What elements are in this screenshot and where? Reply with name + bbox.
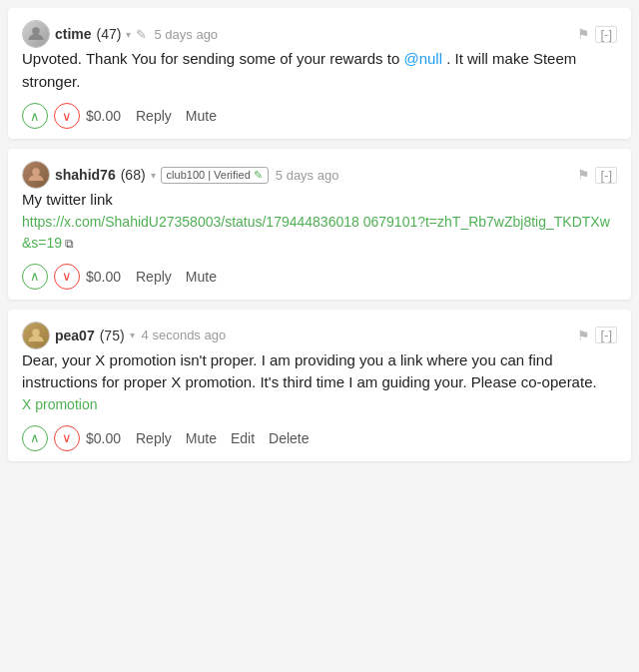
promo-link-pea07[interactable]: X promotion [22,394,617,415]
collapse-ctime[interactable]: [-] [595,26,617,43]
upvote-ctime[interactable]: ∧ [22,103,48,129]
flag-shahid76[interactable]: ⚑ [577,167,590,183]
reply-button-pea07[interactable]: Reply [132,430,176,446]
mute-button-ctime[interactable]: Mute [182,108,221,124]
upvote-shahid76[interactable]: ∧ [22,264,48,290]
svg-point-0 [32,27,40,35]
flag-ctime[interactable]: ⚑ [577,26,590,42]
svg-point-2 [32,329,40,336]
reputation-pea07: (75) [100,328,125,343]
external-link-icon: ⧉ [62,237,74,251]
reply-button-ctime[interactable]: Reply [132,108,176,124]
timestamp-shahid76: 5 days ago [276,168,339,183]
svg-point-1 [32,168,40,176]
comment-shahid76: shahid76 (68) ▾ club100 | Verified ✎ 5 d… [8,149,631,300]
upvote-pea07[interactable]: ∧ [22,425,48,451]
comment-footer-ctime: ∧ ∨ $0.00 Reply Mute [22,103,617,129]
flag-pea07[interactable]: ⚑ [577,328,590,343]
dropdown-pea07[interactable]: ▾ [130,330,135,340]
amount-ctime: $0.00 [86,108,126,124]
comment-ctime: ctime (47) ▾ ✎ 5 days ago ⚑ [-] Upvoted.… [8,8,631,139]
badge-label-shahid76: club100 | Verified [167,169,251,181]
delete-button-pea07[interactable]: Delete [265,430,313,446]
comment-body-pea07: Dear, your X promotion isn't proper. I a… [22,349,617,415]
dropdown-ctime[interactable]: ▾ [126,29,131,40]
comment-body-ctime: Upvoted. Thank You for sending some of y… [22,48,617,93]
downvote-ctime[interactable]: ∨ [54,103,80,129]
username-shahid76[interactable]: shahid76 [55,167,116,183]
mute-button-shahid76[interactable]: Mute [182,269,221,285]
timestamp-ctime: 5 days ago [154,27,218,42]
downvote-shahid76[interactable]: ∨ [54,264,80,290]
badge-shahid76: club100 | Verified ✎ [161,167,269,184]
twitter-link-shahid76[interactable]: https://x.com/ShahidU27358003/status/179… [22,212,617,254]
username-ctime[interactable]: ctime [55,26,92,42]
downvote-pea07[interactable]: ∨ [54,425,80,451]
amount-pea07: $0.00 [86,430,126,446]
timestamp-pea07: 4 seconds ago [142,328,227,342]
avatar-pea07 [22,322,50,349]
comment-body-shahid76: My twitter link https://x.com/ShahidU273… [22,189,617,254]
avatar-shahid76 [22,161,50,189]
avatar-ctime [22,20,50,48]
amount-shahid76: $0.00 [86,269,126,285]
comment-pea07: pea07 (75) ▾ 4 seconds ago ⚑ [-] Dear, y… [8,310,631,461]
comment-footer-shahid76: ∧ ∨ $0.00 Reply Mute [22,264,617,290]
mute-button-pea07[interactable]: Mute [182,430,221,446]
comment-footer-pea07: ∧ ∨ $0.00 Reply Mute Edit Delete [22,425,617,451]
username-pea07[interactable]: pea07 [55,328,95,343]
dropdown-shahid76[interactable]: ▾ [151,170,156,181]
reputation-ctime: (47) [97,26,122,42]
badge-edit-icon: ✎ [254,169,263,182]
reply-button-shahid76[interactable]: Reply [132,269,176,285]
reputation-shahid76: (68) [121,167,146,183]
edit-button-pea07[interactable]: Edit [227,430,259,446]
edit-pencil-ctime: ✎ [136,27,147,42]
collapse-shahid76[interactable]: [-] [595,167,617,184]
collapse-pea07[interactable]: [-] [595,327,617,343]
mention-null[interactable]: @null [403,50,442,67]
